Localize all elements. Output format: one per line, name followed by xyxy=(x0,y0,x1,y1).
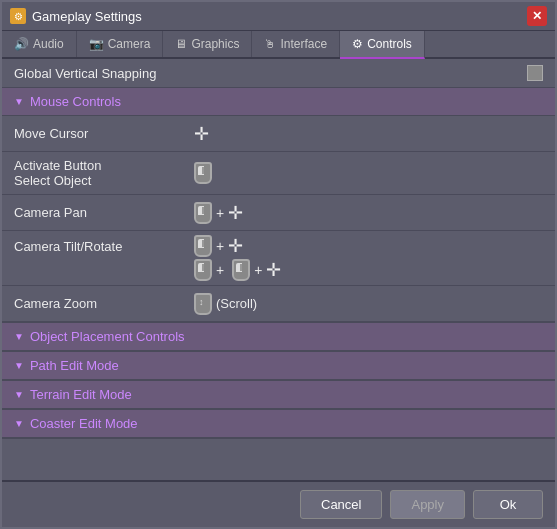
right-click-icon-tilt2 xyxy=(194,259,212,281)
plus-icon-pan: + xyxy=(216,205,224,221)
graphics-icon: 🖥 xyxy=(175,37,187,51)
camera-pan-binding: + ✛ xyxy=(194,202,543,224)
global-snapping-checkbox[interactable] xyxy=(527,65,543,81)
tab-graphics[interactable]: 🖥 Graphics xyxy=(163,31,252,57)
global-snapping-label: Global Vertical Snapping xyxy=(14,66,156,81)
window-icon: ⚙ xyxy=(10,8,26,24)
gameplay-settings-window: ⚙ Gameplay Settings ✕ 🔊 Audio 📷 Camera 🖥… xyxy=(0,0,557,529)
activate-button-binding xyxy=(194,162,543,184)
tab-audio[interactable]: 🔊 Audio xyxy=(2,31,77,57)
plus-icon-tilt1: + xyxy=(216,238,224,254)
mouse-controls-arrow: ▼ xyxy=(14,96,24,107)
activate-button-row: Activate Button Select Object xyxy=(2,152,555,195)
terrain-edit-header[interactable]: ▼ Terrain Edit Mode xyxy=(2,381,555,409)
camera-zoom-label: Camera Zoom xyxy=(14,296,194,311)
right-click-icon-tilt1 xyxy=(194,235,212,257)
terrain-edit-label: Terrain Edit Mode xyxy=(30,387,132,402)
move-arrows-icon: ✛ xyxy=(194,123,209,145)
mouse-controls-label: Mouse Controls xyxy=(30,94,121,109)
tab-controls[interactable]: ⚙ Controls xyxy=(340,31,425,59)
camera-icon: 📷 xyxy=(89,37,104,51)
scroll-label: (Scroll) xyxy=(216,296,257,311)
path-edit-arrow: ▼ xyxy=(14,360,24,371)
cancel-button[interactable]: Cancel xyxy=(300,490,382,519)
mouse-controls-content: Move Cursor ✛ Activate Button Select Obj… xyxy=(2,116,555,322)
middle-click-icon-tilt2 xyxy=(232,259,250,281)
object-placement-arrow: ▼ xyxy=(14,331,24,342)
left-click-icon xyxy=(194,162,212,184)
move-arrows-tilt2-icon: ✛ xyxy=(266,259,281,281)
activate-button-label: Activate Button Select Object xyxy=(14,158,194,188)
scroll-icon xyxy=(194,293,212,315)
plus-icon-tilt2: + xyxy=(216,262,224,278)
ok-button[interactable]: Ok xyxy=(473,490,543,519)
camera-tilt-binding1: + ✛ xyxy=(194,235,543,257)
content-area: Global Vertical Snapping ▼ Mouse Control… xyxy=(2,59,555,480)
camera-zoom-binding: (Scroll) xyxy=(194,293,543,315)
title-bar: ⚙ Gameplay Settings ✕ xyxy=(2,2,555,31)
terrain-edit-arrow: ▼ xyxy=(14,389,24,400)
move-cursor-label: Move Cursor xyxy=(14,126,194,141)
global-snapping-row: Global Vertical Snapping xyxy=(2,59,555,88)
tab-camera[interactable]: 📷 Camera xyxy=(77,31,164,57)
camera-pan-row: Camera Pan + ✛ xyxy=(2,195,555,231)
object-placement-section: ▼ Object Placement Controls xyxy=(2,323,555,352)
camera-tilt-row: Camera Tilt/Rotate + ✛ + + xyxy=(2,231,555,286)
controls-icon: ⚙ xyxy=(352,37,363,51)
audio-icon: 🔊 xyxy=(14,37,29,51)
right-click-icon-pan xyxy=(194,202,212,224)
apply-button[interactable]: Apply xyxy=(390,490,465,519)
move-cursor-row: Move Cursor ✛ xyxy=(2,116,555,152)
close-button[interactable]: ✕ xyxy=(527,6,547,26)
plus-icon-tilt3: + xyxy=(254,262,262,278)
window-title: Gameplay Settings xyxy=(32,9,521,24)
footer: Cancel Apply Ok xyxy=(2,480,555,527)
coaster-edit-label: Coaster Edit Mode xyxy=(30,416,138,431)
coaster-edit-section: ▼ Coaster Edit Mode xyxy=(2,410,555,439)
camera-pan-label: Camera Pan xyxy=(14,205,194,220)
tab-interface[interactable]: 🖱 Interface xyxy=(252,31,340,57)
mouse-controls-header[interactable]: ▼ Mouse Controls xyxy=(2,88,555,116)
move-arrows-pan-icon: ✛ xyxy=(228,202,243,224)
path-edit-header[interactable]: ▼ Path Edit Mode xyxy=(2,352,555,380)
camera-tilt-binding2-row: + + ✛ xyxy=(14,259,281,281)
camera-zoom-row: Camera Zoom (Scroll) xyxy=(2,286,555,322)
mouse-controls-section: ▼ Mouse Controls Move Cursor ✛ Activate … xyxy=(2,88,555,323)
coaster-edit-arrow: ▼ xyxy=(14,418,24,429)
terrain-edit-section: ▼ Terrain Edit Mode xyxy=(2,381,555,410)
path-edit-section: ▼ Path Edit Mode xyxy=(2,352,555,381)
object-placement-label: Object Placement Controls xyxy=(30,329,185,344)
coaster-edit-header[interactable]: ▼ Coaster Edit Mode xyxy=(2,410,555,438)
camera-tilt-binding2: + + ✛ xyxy=(194,259,281,281)
move-cursor-binding: ✛ xyxy=(194,123,543,145)
camera-tilt-inner: Camera Tilt/Rotate + ✛ xyxy=(14,235,543,257)
move-arrows-tilt1-icon: ✛ xyxy=(228,235,243,257)
path-edit-label: Path Edit Mode xyxy=(30,358,119,373)
tab-bar: 🔊 Audio 📷 Camera 🖥 Graphics 🖱 Interface … xyxy=(2,31,555,59)
camera-tilt-label: Camera Tilt/Rotate xyxy=(14,239,194,254)
interface-icon: 🖱 xyxy=(264,37,276,51)
object-placement-header[interactable]: ▼ Object Placement Controls xyxy=(2,323,555,351)
